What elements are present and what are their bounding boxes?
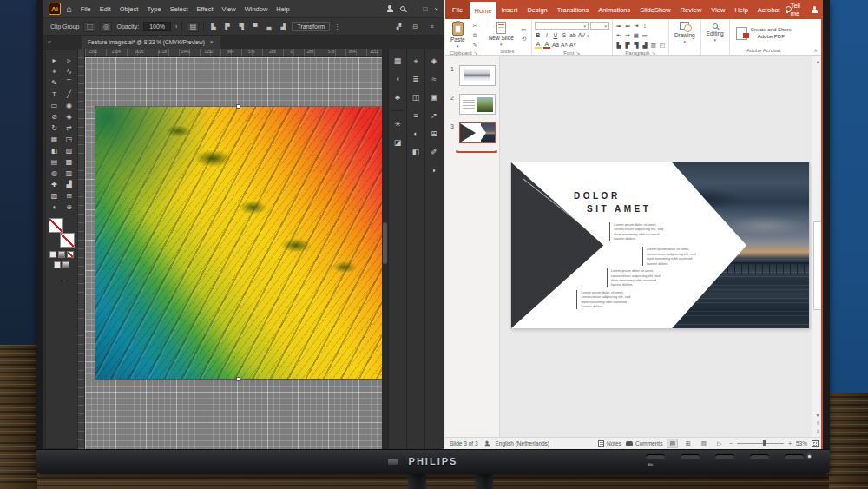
bold-button[interactable]: B [535,31,542,39]
mesh-tool[interactable]: ▤ [47,156,62,168]
more-options-icon[interactable]: ⋮ [334,23,340,30]
adjustments-panel-icon[interactable]: ☀ [391,119,404,129]
align-left-icon[interactable]: ▙ [208,22,218,31]
decrease-font-button[interactable]: A˅ [569,41,576,49]
zoom-level[interactable]: 53% [796,440,807,446]
tab-animations[interactable]: Animations [594,0,635,19]
slide-thumbnail-3[interactable]: 3 [445,122,499,143]
paintbrush-tool[interactable]: ◉ [62,100,76,111]
eyedropper-tool[interactable]: ◍ [47,168,62,179]
draw-behind-button[interactable] [62,261,69,268]
gradient-tool[interactable]: ▩ [62,156,76,168]
italic-button[interactable]: I [543,31,550,39]
tab-file[interactable]: File [445,0,470,19]
tab-acrobat[interactable]: Acrobat [753,0,785,19]
menu-effect[interactable]: Effect [197,5,214,13]
slide-text-block-3[interactable]: Lorem ipsum dolor sit amet, consectetuer… [607,268,667,287]
shape-builder-tool[interactable]: ◧ [47,145,62,156]
tab-transitions[interactable]: Transitions [552,0,593,19]
workspace-switcher-icon[interactable]: ⊟ [411,22,420,31]
collapse-panels-icon[interactable]: « [43,36,56,49]
edit-toolbar-icon[interactable]: ⋯ [46,277,77,285]
panel-menu-icon[interactable]: ≡ [427,22,437,31]
menu-view[interactable]: View [222,5,236,13]
rectangle-tool[interactable]: ▭ [47,100,62,111]
canvas-scrollbar-thumb[interactable] [383,222,387,264]
thumbnail-image-2[interactable] [459,94,496,115]
hand-tool[interactable]: ◖ [47,202,62,213]
line-spacing-button[interactable]: ↕ [641,22,648,30]
fill-swatch[interactable] [49,218,63,233]
font-name-combobox[interactable]: ▾ [535,22,589,30]
align-bottom-icon[interactable]: ▟ [278,22,287,31]
line-segment-tool[interactable]: ╱ [62,89,76,100]
gradient-button[interactable] [58,251,65,258]
tab-insert[interactable]: Insert [496,0,523,19]
perspective-grid-tool[interactable]: ▨ [62,145,76,156]
scroll-down-icon[interactable]: ▼ [816,413,820,418]
none-button[interactable] [67,251,74,258]
menu-type[interactable]: Type [147,5,161,13]
document-tab[interactable]: Feature images.ai* @ 8,33 % (CMYK/Previe… [82,36,220,49]
menu-help[interactable]: Help [276,5,289,13]
underline-button[interactable]: U [552,31,559,39]
slide-text-block-4[interactable]: Lorem ipsum dolor sit amet, consectetuer… [576,290,637,309]
symbol-sprayer-tool[interactable]: ✚ [47,179,62,190]
reading-view-button[interactable]: ▥ [698,439,709,448]
rotate-tool[interactable]: ↻ [47,122,62,134]
thumbnail-image-3[interactable] [459,122,496,143]
eraser-tool[interactable]: ◈ [62,111,76,122]
align-left-button[interactable]: ▙ [615,41,622,49]
artboard-tool[interactable]: ▧ [47,190,62,202]
slide-title[interactable]: DOLOR SIT AMET [574,189,651,216]
selection-tool[interactable]: ▸ [47,55,62,66]
direct-selection-tool[interactable]: ▹ [62,55,76,66]
search-icon[interactable] [400,6,405,11]
opacity-value[interactable]: 100% [143,22,171,31]
libraries-panel-icon[interactable]: ⊞ [428,129,440,139]
symbols-panel-icon[interactable]: ♣ [391,92,404,102]
font-size-combobox[interactable]: ▾ [590,22,609,30]
menu-window[interactable]: Window [245,5,268,13]
gradient-panel-icon[interactable]: ◐ [410,129,422,139]
transparency-panel-icon[interactable]: ◧ [410,147,422,157]
target-icon[interactable]: ◎ [100,22,112,32]
selection-handle-top[interactable] [236,104,240,109]
change-case-button[interactable]: Aa [552,41,559,49]
minimize-button[interactable]: – [412,5,416,13]
text-shadow-button[interactable]: S [561,31,568,39]
new-slide-button[interactable]: New Slide ▾ [486,21,516,48]
scale-tool[interactable]: ⇄ [62,122,76,134]
highlight-color-button[interactable]: A [535,41,542,49]
arrange-documents-icon[interactable]: ▞ [394,22,404,31]
menu-edit[interactable]: Edit [100,5,111,13]
shaper-tool[interactable]: ⊘ [47,111,62,122]
stroke-panel-icon[interactable]: ≡ [410,110,422,121]
bounding-box-icon[interactable]: ⬚ [83,22,95,32]
zoom-out-button[interactable]: − [729,440,733,446]
width-tool[interactable]: ▦ [47,134,62,145]
pen-tool[interactable]: ✎ [47,77,62,89]
zoom-in-button[interactable]: + [788,440,792,446]
properties-panel-icon[interactable]: ≈ [428,74,440,84]
align-top-icon[interactable]: ▀ [250,22,260,31]
magic-wand-tool[interactable]: ⌖ [47,66,62,77]
copy-button[interactable]: ⧉ [470,31,480,39]
drawing-button[interactable]: Drawing ▾ [672,21,698,55]
slide-text-block-1[interactable]: Lorem ipsum dolor sit amet, consectetuer… [609,222,670,241]
align-middle-icon[interactable]: ▄ [264,22,273,31]
transform-panel-icon[interactable]: ⌖ [410,56,422,66]
slide-canvas[interactable]: DOLOR SIT AMET Lorem ipsum dolor sit ame… [511,162,809,328]
align-right-button[interactable]: ▜ [633,41,640,49]
slideshow-view-button[interactable]: ▷ [713,439,725,448]
draw-normal-button[interactable] [54,261,61,268]
zoom-slider-thumb[interactable] [763,440,766,446]
align-center-icon[interactable]: ▛ [222,22,232,31]
artboards-panel-icon[interactable]: ▣ [428,92,440,102]
slide-layout-button[interactable]: ▭ [519,26,529,34]
font-color-button[interactable]: A [543,41,550,49]
menu-select[interactable]: Select [170,5,188,13]
next-slide-button[interactable]: ⇓ [816,428,819,433]
increase-font-button[interactable]: A˄ [561,41,568,49]
tab-help[interactable]: Help [730,0,753,19]
